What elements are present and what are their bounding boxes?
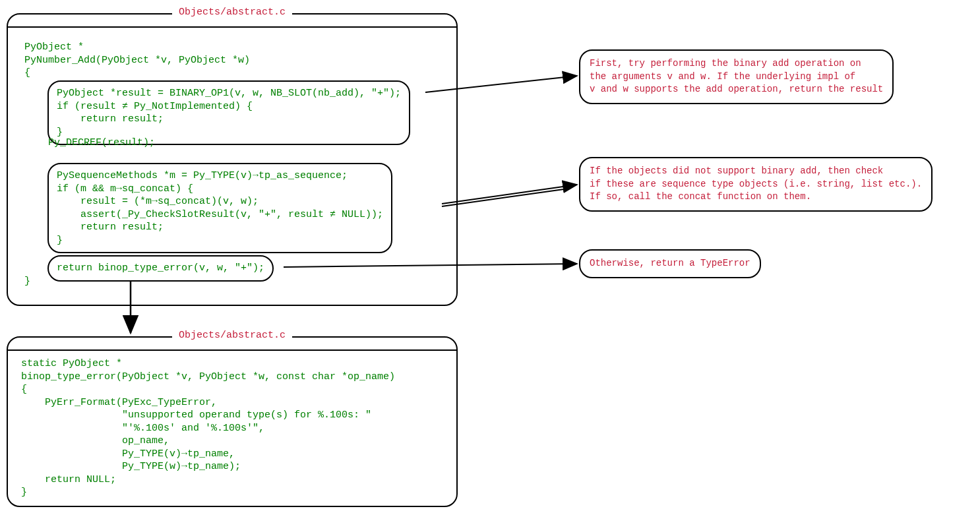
inner-box-typeerror: return binop_type_error(v, w, "+"); bbox=[47, 255, 274, 282]
title-underline bbox=[8, 26, 456, 28]
func-signature: PyObject * PyNumber_Add(PyObject *v, PyO… bbox=[24, 41, 250, 80]
binop-code: static PyObject * binop_type_error(PyObj… bbox=[21, 357, 395, 499]
svg-line-2 bbox=[442, 185, 577, 204]
code-box-pynumber-add: Objects/abstract.c PyObject * PyNumber_A… bbox=[7, 13, 458, 306]
inner-box-sequence: PySequenceMethods *m = Py_TYPE(v)→tp_as_… bbox=[47, 163, 392, 253]
decref-line: Py_DECREF(result); bbox=[24, 136, 155, 150]
note-sequence: If the objects did not support binary ad… bbox=[579, 157, 933, 212]
title-underline-2 bbox=[8, 349, 456, 351]
inner-box-binary-op: PyObject *result = BINARY_OP1(v, w, NB_S… bbox=[47, 80, 410, 145]
note-typeerror: Otherwise, return a TypeError bbox=[579, 249, 761, 278]
svg-line-3 bbox=[442, 189, 568, 206]
code-box-title-2: Objects/abstract.c bbox=[172, 330, 292, 341]
code-box-title: Objects/abstract.c bbox=[172, 7, 292, 18]
note-binary-add: First, try performing the binary add ope… bbox=[579, 49, 894, 104]
close-brace: } bbox=[24, 275, 30, 288]
code-box-binop-type-error: Objects/abstract.c static PyObject * bin… bbox=[7, 336, 458, 507]
